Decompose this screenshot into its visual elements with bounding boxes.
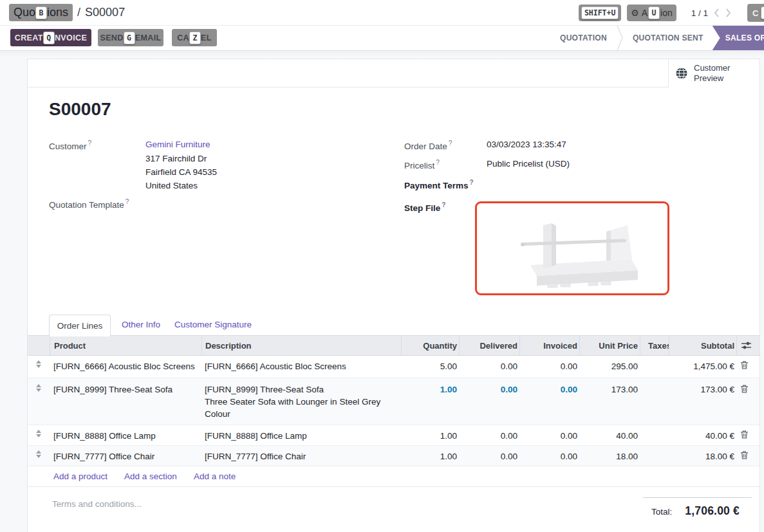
table-row[interactable]: [FURN_8999] Three-Seat Sofa [FURN_8999] …: [28, 378, 759, 425]
status-step-quotation-sent[interactable]: QUOTATION SENT: [624, 26, 713, 50]
send-email-button[interactable]: SENDGEMAIL: [98, 29, 163, 46]
subtotal-cell: 173.00 €: [669, 378, 736, 401]
button-label: CA: [177, 33, 189, 42]
order-date-field-label: Order Date?: [404, 140, 452, 151]
drag-handle-icon[interactable]: [36, 450, 41, 458]
invoiced-cell[interactable]: 0.00: [519, 425, 579, 446]
product-cell[interactable]: [FURN_8888] Office Lamp: [50, 425, 201, 446]
quantity-cell[interactable]: 1.00: [401, 425, 459, 446]
optional-columns-icon[interactable]: [741, 341, 752, 350]
tab-order-lines[interactable]: Order Lines: [49, 315, 111, 336]
add-section-link[interactable]: Add a section: [124, 472, 177, 481]
3d-part-preview: [477, 203, 667, 293]
invoiced-cell[interactable]: 0.00: [519, 378, 579, 401]
drag-handle-icon[interactable]: [36, 384, 41, 392]
delete-row-icon[interactable]: [740, 384, 749, 394]
delete-row-icon[interactable]: [740, 430, 749, 439]
button-label: NVOICE: [55, 33, 87, 42]
breadcrumb-separator: /: [77, 6, 80, 19]
key-hint-badge: [761, 6, 764, 19]
taxes-cell[interactable]: [640, 425, 669, 434]
add-note-link[interactable]: Add a note: [194, 472, 236, 481]
breadcrumb-quotations-link[interactable]: QuoBions: [9, 4, 73, 21]
taxes-cell[interactable]: [640, 446, 669, 454]
add-product-link[interactable]: Add a product: [53, 472, 107, 481]
key-hint-badge: G: [124, 32, 135, 44]
description-cell[interactable]: [FURN_8999] Three-Seat Sofa Three Seater…: [201, 378, 401, 425]
field-label-text: Order Date: [404, 142, 447, 151]
delete-row-icon[interactable]: [740, 360, 749, 370]
invoiced-column-header[interactable]: Invoiced: [519, 336, 579, 356]
optional-columns-cell: [736, 336, 761, 356]
delivered-cell[interactable]: 0.00: [459, 378, 519, 401]
invoiced-cell[interactable]: 0.00: [519, 356, 579, 376]
delete-row-icon[interactable]: [740, 450, 749, 460]
key-hint-badge: Z: [189, 32, 201, 44]
quantity-cell[interactable]: 5.00: [401, 356, 459, 376]
description-cell[interactable]: [FURN_7777] Office Chair: [201, 446, 401, 466]
chevron-right-icon[interactable]: [725, 8, 731, 18]
product-cell[interactable]: [FURN_8999] Three-Seat Sofa: [50, 378, 201, 401]
invoiced-cell[interactable]: 0.00: [519, 446, 579, 466]
product-column-header[interactable]: Product: [50, 336, 201, 356]
tab-customer-signature[interactable]: Customer Signature: [174, 320, 252, 329]
pager-count: 1 / 1: [691, 8, 708, 18]
pricelist-value[interactable]: Public Pricelist (USD): [487, 159, 570, 169]
status-step-quotation[interactable]: QUOTATION: [551, 26, 616, 50]
delivered-cell[interactable]: 0.00: [459, 356, 519, 376]
quantity-column-header[interactable]: Quantity: [401, 336, 459, 356]
help-icon: ?: [449, 140, 452, 147]
status-step-sales-order[interactable]: SALES ORDER: [713, 26, 764, 50]
clipped-edge-button[interactable]: C: [747, 4, 764, 22]
cancel-button[interactable]: CAZEL: [172, 29, 217, 46]
delivered-cell[interactable]: 0.00: [459, 425, 519, 446]
unit-price-cell[interactable]: 295.00: [579, 356, 640, 376]
create-invoice-button[interactable]: CREATQNVOICE: [10, 29, 91, 46]
status-step-separator: [616, 26, 624, 50]
breadcrumb-text: ions: [47, 6, 68, 19]
globe-icon: [675, 67, 688, 80]
tab-other-info[interactable]: Other Info: [122, 320, 160, 329]
table-row[interactable]: [FURN_8888] Office Lamp [FURN_8888] Offi…: [28, 425, 759, 446]
product-cell[interactable]: [FURN_7777] Office Chair: [50, 446, 201, 466]
description-cell[interactable]: [FURN_6666] Acoustic Bloc Screens: [201, 356, 401, 376]
customer-link[interactable]: Gemini Furniture: [145, 140, 210, 149]
order-date-value[interactable]: 03/03/2023 13:35:47: [487, 140, 566, 149]
customer-preview-button[interactable]: Customer Preview: [668, 59, 759, 87]
table-row[interactable]: [FURN_6666] Acoustic Bloc Screens [FURN_…: [28, 356, 759, 378]
terms-and-conditions-input[interactable]: Terms and conditions...: [52, 499, 142, 509]
breadcrumb-current: S00007: [85, 6, 125, 19]
shift-hint-target[interactable]: SHIFT+U: [579, 5, 621, 21]
total-value: 1,706.00 €: [685, 504, 740, 518]
product-cell[interactable]: [FURN_6666] Acoustic Bloc Screens: [50, 356, 201, 376]
description-column-header[interactable]: Description: [201, 336, 401, 356]
button-label: SEND: [100, 33, 123, 42]
action-menu-button[interactable]: ⚙AUion: [627, 5, 676, 21]
help-icon: ?: [436, 159, 440, 166]
subtotal-column-header[interactable]: Subtotal: [669, 336, 736, 356]
chevron-left-icon[interactable]: [714, 8, 720, 18]
step-file-field-label: Step File?: [404, 201, 445, 213]
clipped-button-label: C: [752, 8, 758, 18]
quantity-cell[interactable]: 1.00: [401, 446, 459, 466]
table-footer-links: Add a product Add a section Add a note: [28, 466, 759, 487]
order-lines-table: Product Description Quantity Delivered I…: [28, 336, 759, 487]
table-row[interactable]: [FURN_7777] Office Chair [FURN_7777] Off…: [28, 446, 759, 466]
drag-handle-icon[interactable]: [36, 360, 41, 368]
key-hint-badge: U: [648, 6, 660, 19]
statusbar: QUOTATION QUOTATION SENT SALES ORDER: [551, 26, 764, 50]
unit-price-column-header[interactable]: Unit Price: [579, 336, 640, 356]
drag-handle-icon[interactable]: [36, 430, 41, 437]
description-cell[interactable]: [FURN_8888] Office Lamp: [201, 425, 401, 446]
step-file-image[interactable]: [475, 201, 669, 295]
taxes-cell[interactable]: [640, 378, 669, 389]
delivered-column-header[interactable]: Delivered: [459, 336, 519, 356]
delivered-cell[interactable]: 0.00: [459, 446, 519, 466]
taxes-cell[interactable]: [640, 356, 669, 364]
taxes-column-header[interactable]: Taxes: [640, 336, 669, 356]
description-line: Three Seater Sofa with Lounger in Steel …: [205, 396, 401, 420]
quantity-cell[interactable]: 1.00: [401, 378, 459, 401]
unit-price-cell[interactable]: 18.00: [579, 446, 640, 466]
unit-price-cell[interactable]: 40.00: [579, 425, 640, 446]
unit-price-cell[interactable]: 173.00: [579, 378, 640, 401]
